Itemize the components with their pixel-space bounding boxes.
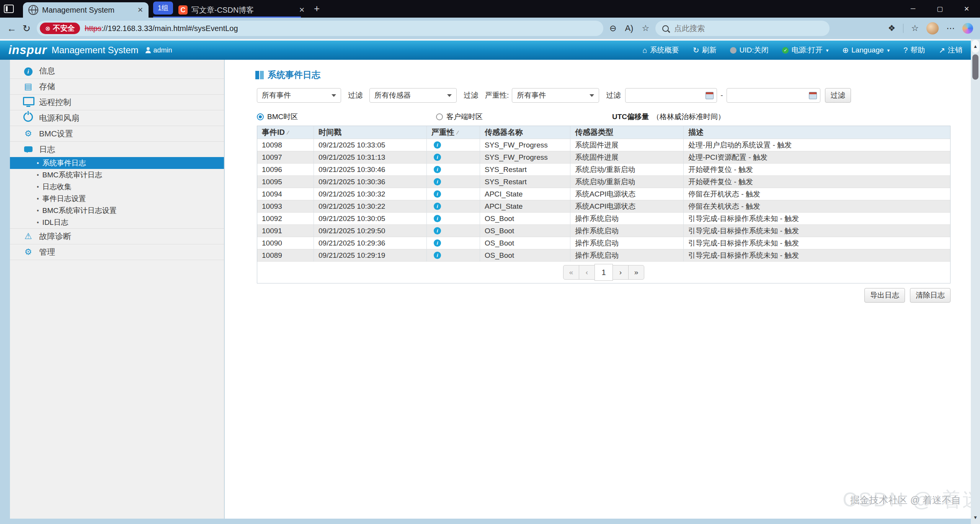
clear-log-button[interactable]: 清除日志 bbox=[910, 288, 951, 303]
tab-csdn[interactable]: C 写文章-CSDN博客 ✕ bbox=[173, 2, 310, 18]
sidebar-item-log-collection[interactable]: • 日志收集 bbox=[10, 181, 224, 193]
table-row[interactable]: 10097 09/21/2025 10:31:13 i SYS_FW_Progr… bbox=[257, 151, 950, 163]
maximize-button[interactable]: ▢ bbox=[926, 0, 953, 18]
nav-language[interactable]: ⊕ Language ▾ bbox=[842, 46, 890, 55]
column-header-event-id[interactable]: 事件ID∕ bbox=[257, 126, 314, 139]
cell-severity: i bbox=[427, 188, 480, 200]
search-input[interactable] bbox=[673, 24, 805, 33]
table-row[interactable]: 10094 09/21/2025 10:30:32 i APCI_State 系… bbox=[257, 188, 950, 200]
sidebar-item-system-event-log[interactable]: • 系统事件日志 bbox=[10, 157, 224, 169]
sort-icon[interactable]: ∕ bbox=[457, 129, 458, 136]
table-row[interactable]: 10095 09/21/2025 10:30:36 i SYS_Restart … bbox=[257, 175, 950, 188]
cell-event-id: 10090 bbox=[257, 237, 314, 249]
logs-icon bbox=[23, 144, 33, 154]
cell-severity: i bbox=[427, 224, 480, 237]
severity-select[interactable]: 所有事件 bbox=[512, 88, 599, 103]
sidebar-item-fault-diagnosis[interactable]: ⚠ 故障诊断 bbox=[10, 229, 224, 244]
cell-description: 处理-PCI资源配置 - 触发 bbox=[684, 151, 950, 163]
nav-power[interactable]: ✓ 电源:打开 ▾ bbox=[782, 45, 828, 55]
refresh-icon[interactable]: ↻ bbox=[23, 23, 31, 34]
address-bar[interactable]: ⊗ 不安全 https://192.168.3.33/main.html#/sy… bbox=[37, 21, 603, 36]
sidebar-item-bmc-audit-log[interactable]: • BMC系统审计日志 bbox=[10, 169, 224, 181]
date-from-field[interactable] bbox=[629, 91, 706, 100]
nav-refresh[interactable]: ↻ 刷新 bbox=[693, 45, 717, 55]
search-box[interactable] bbox=[655, 21, 830, 36]
profile-avatar[interactable] bbox=[926, 22, 939, 34]
filter-label: 过滤 bbox=[606, 90, 621, 100]
tab-actions-icon[interactable] bbox=[0, 0, 18, 18]
tab-group-chip[interactable]: 1组 bbox=[153, 2, 173, 15]
sidebar-item-bmc-settings[interactable]: ⚙ BMC设置 bbox=[10, 126, 224, 142]
scrollbar-thumb[interactable] bbox=[972, 54, 978, 80]
column-header-sensor-type[interactable]: 传感器类型 bbox=[570, 126, 684, 139]
read-aloud-icon[interactable]: A) bbox=[625, 23, 633, 33]
export-log-button[interactable]: 导出日志 bbox=[864, 288, 905, 303]
date-to-input[interactable] bbox=[727, 88, 820, 103]
extensions-icon[interactable]: ❖ bbox=[888, 23, 896, 33]
table-row[interactable]: 10098 09/21/2025 10:33:05 i SYS_FW_Progr… bbox=[257, 139, 950, 151]
back-icon[interactable]: ← bbox=[7, 23, 16, 34]
scroll-down-icon[interactable]: ▼ bbox=[972, 513, 979, 522]
copilot-icon[interactable] bbox=[962, 23, 973, 34]
client-timezone-radio[interactable]: 客户端时区 bbox=[436, 112, 483, 122]
event-type-select[interactable]: 所有事件 bbox=[257, 88, 341, 103]
more-menu-icon[interactable]: ⋯ bbox=[946, 23, 955, 33]
table-row[interactable]: 10092 09/21/2025 10:30:05 i OS_Boot 操作系统… bbox=[257, 212, 950, 224]
radio-checked-icon[interactable] bbox=[257, 113, 264, 120]
sidebar-item-event-log-settings[interactable]: • 事件日志设置 bbox=[10, 193, 224, 205]
sidebar-item-bmc-audit-log-settings[interactable]: • BMC系统审计日志设置 bbox=[10, 205, 224, 216]
security-badge[interactable]: ⊗ 不安全 bbox=[40, 23, 80, 34]
nav-system-overview[interactable]: ⌂ 系统概要 bbox=[643, 45, 679, 55]
prev-page-button[interactable]: ‹ bbox=[579, 265, 595, 280]
table-row[interactable]: 10093 09/21/2025 10:30:22 i APCI_State 系… bbox=[257, 200, 950, 212]
table-row[interactable]: 10096 09/21/2025 10:30:46 i SYS_Restart … bbox=[257, 163, 950, 175]
bmc-timezone-radio[interactable]: BMC时区 bbox=[257, 112, 298, 122]
sidebar-item-management[interactable]: ⚙ 管理 bbox=[10, 244, 224, 260]
tab-management-system[interactable]: Management System ✕ bbox=[23, 2, 149, 18]
timezone-row: BMC时区 客户端时区 UTC偏移量 （格林威治标准时间） bbox=[225, 112, 952, 122]
table-row[interactable]: 10089 09/21/2025 10:29:19 i OS_Boot 操作系统… bbox=[257, 249, 950, 261]
close-tab-icon[interactable]: ✕ bbox=[137, 6, 143, 14]
table-row[interactable]: 10091 09/21/2025 10:29:50 i OS_Boot 操作系统… bbox=[257, 224, 950, 237]
sidebar-item-logs[interactable]: 日志 bbox=[10, 142, 224, 157]
cell-sensor-type: 操作系统启动 bbox=[570, 237, 684, 249]
column-label: 事件ID bbox=[262, 127, 285, 138]
last-page-button[interactable]: » bbox=[628, 265, 644, 280]
date-from-input[interactable] bbox=[625, 88, 717, 103]
page-title-text: 系统事件日志 bbox=[268, 69, 320, 81]
zoom-out-icon[interactable]: ⊖ bbox=[609, 23, 616, 33]
sidebar-item-storage[interactable]: ▤ 存储 bbox=[10, 79, 224, 95]
sidebar-item-info[interactable]: i 信息 bbox=[10, 63, 224, 79]
sort-icon[interactable]: ∕ bbox=[287, 129, 288, 136]
current-page-button[interactable]: 1 bbox=[595, 264, 613, 281]
warning-icon: ⚠ bbox=[23, 231, 33, 241]
nav-uid[interactable]: UID:关闭 bbox=[730, 45, 768, 55]
sidebar-item-power-fan[interactable]: 电源和风扇 bbox=[10, 110, 224, 126]
favorite-star-icon[interactable]: ☆ bbox=[642, 23, 649, 33]
calendar-icon[interactable] bbox=[706, 92, 714, 99]
current-user[interactable]: admin bbox=[145, 46, 172, 54]
column-header-description[interactable]: 描述 bbox=[684, 126, 950, 139]
radio-unchecked-icon[interactable] bbox=[436, 113, 443, 120]
column-header-timestamp[interactable]: 时间戳 bbox=[314, 126, 427, 139]
nav-logout[interactable]: ↗ 注销 bbox=[939, 45, 962, 55]
sidebar-item-remote-control[interactable]: 远程控制 bbox=[10, 95, 224, 110]
scroll-up-icon[interactable]: ▲ bbox=[972, 40, 979, 53]
nav-help[interactable]: ? 帮助 bbox=[903, 45, 925, 55]
sensor-select[interactable]: 所有传感器 bbox=[369, 88, 457, 103]
column-header-severity[interactable]: 严重性∕ bbox=[427, 126, 480, 139]
date-to-field[interactable] bbox=[730, 91, 809, 100]
minimize-button[interactable]: ─ bbox=[900, 0, 926, 18]
column-header-sensor-name[interactable]: 传感器名称 bbox=[480, 126, 570, 139]
close-tab-icon[interactable]: ✕ bbox=[299, 6, 305, 14]
new-tab-button[interactable]: + bbox=[314, 3, 320, 15]
sidebar-item-idl-log[interactable]: • IDL日志 bbox=[10, 216, 224, 228]
favorites-hub-icon[interactable]: ☆ bbox=[911, 23, 919, 33]
table-row[interactable]: 10090 09/21/2025 10:29:36 i OS_Boot 操作系统… bbox=[257, 237, 950, 249]
page-scrollbar[interactable]: ▲ ▼ bbox=[971, 39, 980, 524]
close-window-button[interactable]: ✕ bbox=[953, 0, 980, 18]
first-page-button[interactable]: « bbox=[563, 265, 579, 280]
filter-button[interactable]: 过滤 bbox=[825, 88, 851, 103]
next-page-button[interactable]: › bbox=[612, 265, 629, 280]
calendar-icon[interactable] bbox=[809, 92, 817, 99]
